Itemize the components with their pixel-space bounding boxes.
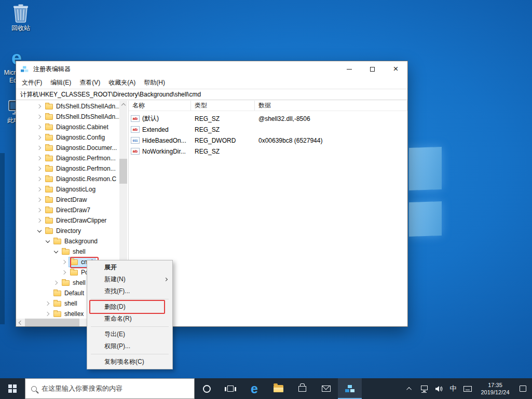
tray-expand-button[interactable]	[402, 378, 417, 399]
address-bar[interactable]: 计算机\HKEY_CLASSES_ROOT\Directory\Backgrou…	[16, 89, 407, 100]
chevron-right-icon[interactable]	[36, 113, 43, 120]
taskbar-search-input[interactable]: 在这里输入你要搜索的内容	[25, 378, 195, 399]
chevron-right-icon[interactable]	[44, 310, 51, 318]
chevron-right-icon[interactable]	[61, 269, 68, 276]
scroll-left-icon[interactable]	[19, 320, 23, 324]
chevron-right-icon[interactable]	[44, 300, 51, 307]
value-row-extended[interactable]: ExtendedREG_SZ	[129, 124, 407, 135]
notification-icon	[520, 386, 526, 392]
chevron-right-icon[interactable]	[36, 175, 43, 183]
tree-item-diagnostic-config[interactable]: Diagnostic.Config	[16, 132, 129, 143]
column-header-0[interactable]: 名称	[129, 101, 191, 111]
tree-item-diagnostic-documer[interactable]: Diagnostic.Documer...	[16, 143, 129, 153]
tree-item-background[interactable]: Background	[16, 236, 129, 246]
taskbar-store-button[interactable]	[290, 378, 314, 399]
chevron-down-icon[interactable]	[52, 248, 60, 255]
desktop-icon-label: 回收站	[11, 24, 30, 32]
menubar-item-file[interactable]: 文件(F)	[18, 76, 46, 89]
context-menu-item-export[interactable]: 导出(E)	[87, 328, 172, 340]
tree-item-content: Diagnostic.Resmon.C	[44, 174, 118, 184]
values-header: 名称类型数据	[129, 101, 407, 111]
chevron-right-icon[interactable]	[36, 144, 43, 152]
context-menu-item-copy-key-name[interactable]: 复制项名称(C)	[87, 356, 172, 368]
folder-icon	[53, 311, 61, 317]
taskbar-clock[interactable]: 17:35 2019/12/24	[475, 381, 515, 396]
action-center-button[interactable]	[515, 378, 530, 399]
cortana-icon	[203, 385, 211, 393]
value-row-item[interactable]: (默认)REG_SZ@shell32.dll,-8506	[129, 113, 407, 124]
task-view-button[interactable]	[219, 378, 242, 399]
tree-item-directory[interactable]: Directory	[16, 226, 129, 236]
tree-item-label: Diagnostic.Resmon.C	[56, 175, 116, 183]
horizontal-scrollbar-thumb[interactable]	[25, 319, 79, 326]
chevron-right-icon[interactable]	[36, 165, 43, 172]
tree-spacer	[44, 290, 51, 297]
taskbar-explorer-button[interactable]	[266, 378, 290, 399]
chevron-down-icon[interactable]	[36, 227, 43, 235]
ime-indicator[interactable]: 中	[446, 378, 460, 399]
context-menu-item-rename[interactable]: 重命名(R)	[87, 313, 172, 325]
speaker-icon	[435, 386, 443, 392]
menubar-item-edit[interactable]: 编辑(E)	[46, 76, 75, 89]
column-header-2[interactable]: 数据	[255, 101, 407, 111]
tree-item-dfsshell-dfsshelladn[interactable]: DfsShell.DfsShellAdn...	[16, 112, 129, 122]
menubar-item-view[interactable]: 查看(V)	[75, 76, 104, 89]
context-menu-item-delete[interactable]: 删除(D)	[87, 301, 172, 313]
cortana-button[interactable]	[195, 378, 219, 399]
minimize-button[interactable]	[337, 62, 361, 77]
tree-item-content: shellex	[52, 309, 86, 319]
context-menu-item-label: 删除(D)	[104, 302, 126, 311]
context-menu-item-find[interactable]: 查找(F)...	[87, 285, 172, 297]
folder-icon	[45, 135, 53, 141]
menubar-item-help[interactable]: 帮助(H)	[140, 76, 169, 89]
network-tray-button[interactable]	[417, 378, 431, 399]
chevron-right-icon[interactable]	[36, 186, 43, 193]
context-menu-item-expand[interactable]: 展开	[87, 262, 172, 273]
chevron-right-icon[interactable]	[36, 155, 43, 162]
tree-item-dfsshell-dfsshelladn[interactable]: DfsShell.DfsShellAdn...	[16, 101, 129, 112]
tree-item-content: Diagnostic.Perfmon...	[44, 154, 118, 163]
scroll-up-icon[interactable]	[121, 103, 125, 107]
chevron-right-icon[interactable]	[36, 123, 43, 131]
taskbar-edge-button[interactable]	[242, 378, 266, 399]
start-button[interactable]	[0, 378, 25, 399]
chevron-right-icon[interactable]	[36, 134, 43, 141]
context-menu-item-new[interactable]: 新建(N)	[87, 273, 172, 285]
chevron-right-icon[interactable]	[52, 279, 60, 286]
chevron-right-icon[interactable]	[36, 103, 43, 110]
desktop-icon-recycle-bin[interactable]: 回收站	[4, 3, 37, 32]
tree-item-diagnostic-perfmon[interactable]: Diagnostic.Perfmon...	[16, 153, 129, 163]
touch-keyboard-button[interactable]	[460, 378, 475, 399]
tree-item-diagnostic-perfmon[interactable]: Diagnostic.Perfmon...	[16, 163, 129, 174]
tree-item-directdrawclipper[interactable]: DirectDrawClipper	[16, 215, 129, 226]
chevron-right-icon[interactable]	[36, 196, 43, 203]
vertical-scrollbar-thumb[interactable]	[119, 159, 127, 184]
column-header-1[interactable]: 类型	[191, 101, 255, 111]
chevron-right-icon[interactable]	[61, 258, 68, 266]
close-button[interactable]	[384, 62, 407, 77]
tree-item-label: shell	[64, 300, 77, 307]
taskbar-regedit-button[interactable]	[338, 378, 362, 399]
taskbar-mail-button[interactable]	[314, 378, 338, 399]
value-row-noworkingdir[interactable]: NoWorkingDir...REG_SZ	[129, 146, 407, 157]
tree-item-diagnosticlog[interactable]: DiagnosticLog	[16, 184, 129, 195]
tree-item-content: DirectDrawClipper	[44, 216, 108, 225]
tree-item-diagnostic-resmon-c[interactable]: Diagnostic.Resmon.C	[16, 174, 129, 184]
tree-item-directdraw7[interactable]: DirectDraw7	[16, 205, 129, 215]
chevron-down-icon[interactable]	[44, 238, 51, 245]
tree-item-shell[interactable]: shell	[16, 246, 129, 257]
value-row-hidebasedon[interactable]: HideBasedOn...REG_DWORD0x00639bc8 (65279…	[129, 135, 407, 146]
tree-item-content: Background	[52, 237, 100, 246]
menubar-item-favorites[interactable]: 收藏夹(A)	[104, 76, 140, 89]
maximize-button[interactable]	[361, 62, 384, 77]
value-type: REG_SZ	[191, 148, 255, 155]
folder-icon	[45, 187, 53, 192]
tree-item-diagnostic-cabinet[interactable]: Diagnostic.Cabinet	[16, 122, 129, 132]
title-bar[interactable]: 注册表编辑器	[16, 61, 407, 77]
value-name: Extended	[129, 126, 191, 133]
context-menu-item-permissions[interactable]: 权限(P)...	[87, 340, 172, 352]
tree-item-directdraw[interactable]: DirectDraw	[16, 195, 129, 205]
volume-tray-button[interactable]	[431, 378, 446, 399]
chevron-right-icon[interactable]	[36, 207, 43, 214]
chevron-right-icon[interactable]	[36, 217, 43, 224]
